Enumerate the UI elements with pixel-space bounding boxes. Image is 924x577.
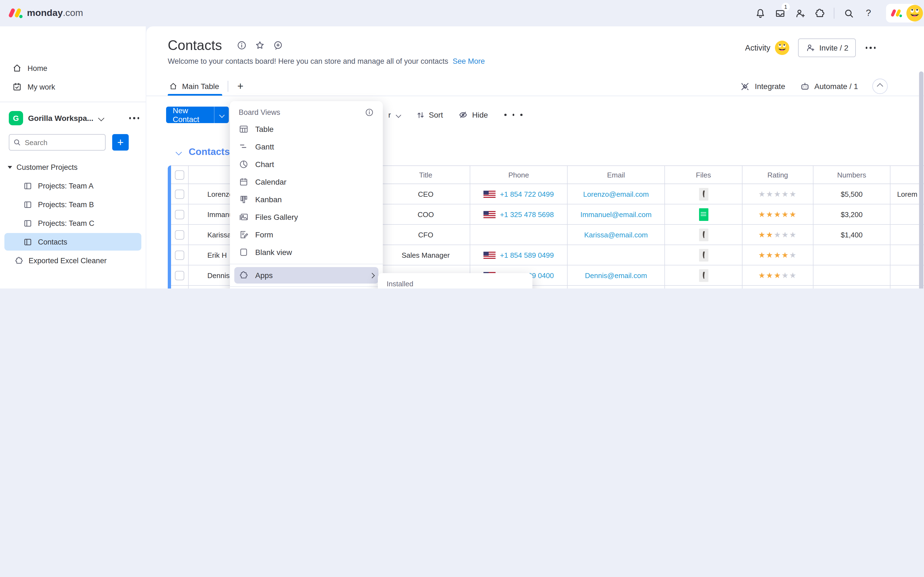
star-icon[interactable]: ★ (766, 271, 774, 280)
star-icon[interactable]: ★ (774, 210, 782, 219)
activity-button[interactable]: Activity (745, 41, 789, 55)
star-icon[interactable]: ★ (789, 271, 797, 280)
user-avatar[interactable] (906, 5, 923, 21)
group-header[interactable]: Contacts (176, 146, 230, 158)
star-icon[interactable]: ★ (774, 271, 782, 280)
tab-main-table[interactable]: Main Table (168, 77, 225, 96)
menu-item-form[interactable]: Form (230, 226, 383, 243)
email-cell[interactable]: Aurelia@email.com (568, 286, 665, 288)
new-contact-dropdown[interactable] (214, 106, 229, 123)
numbers-cell[interactable] (813, 266, 890, 285)
numbers-cell[interactable]: $3,200 (813, 205, 890, 224)
files-cell[interactable] (665, 184, 743, 204)
collapse-header-button[interactable] (872, 79, 888, 94)
sort-button[interactable]: Sort (408, 110, 451, 119)
sidebar-section-customer-projects[interactable]: Customer Projects (5, 158, 141, 176)
phone-cell[interactable] (470, 225, 568, 245)
row-checkbox[interactable] (175, 271, 184, 280)
broadcast-plus-icon[interactable] (273, 40, 283, 50)
title-cell[interactable]: COO (382, 205, 470, 224)
star-icon[interactable]: ★ (758, 230, 766, 239)
file-thumbnail[interactable] (699, 228, 708, 241)
row-checkbox[interactable] (175, 230, 184, 239)
menu-item-apps[interactable]: Apps (234, 267, 378, 284)
star-icon[interactable]: ★ (782, 251, 789, 259)
star-icon[interactable]: ★ (782, 271, 789, 280)
monday-logo[interactable]: monday.com (9, 7, 83, 19)
title-cell[interactable]: Sales Manager (382, 245, 470, 265)
title-cell[interactable]: CFO (382, 225, 470, 245)
star-icon[interactable]: ★ (789, 210, 797, 219)
star-icon[interactable]: ★ (766, 230, 774, 239)
hide-button[interactable]: Hide (451, 110, 496, 120)
star-icon[interactable]: ★ (766, 210, 774, 219)
menu-item-blank-view[interactable]: Blank view (230, 243, 383, 261)
workspace-switcher[interactable]: G Gorilla Workspa... (9, 110, 140, 126)
rating-cell[interactable]: ★★★★★ (743, 225, 813, 245)
menu-item-gantt[interactable]: Gantt (230, 138, 383, 156)
files-cell[interactable] (665, 286, 743, 288)
sidebar-item-projects-team-c[interactable]: Projects: Team C (5, 214, 141, 232)
row-checkbox[interactable] (175, 189, 184, 199)
row-checkbox[interactable] (175, 250, 184, 259)
rating-cell[interactable]: ★★★★★ (743, 205, 813, 224)
vertical-scrollbar[interactable] (919, 71, 924, 288)
filter-button-partial[interactable]: r (388, 110, 408, 119)
menu-item-chart[interactable]: Chart (230, 156, 383, 173)
row-checkbox[interactable] (175, 210, 184, 219)
column-header-title[interactable]: Title (382, 166, 470, 184)
email-cell[interactable]: Dennis@email.com (568, 266, 665, 285)
sidebar-search[interactable] (9, 134, 106, 151)
email-cell[interactable] (568, 245, 665, 265)
search-button[interactable] (840, 5, 857, 21)
inbox-button[interactable]: 1 (772, 5, 788, 21)
title-cell[interactable]: CEO (382, 184, 470, 204)
file-thumbnail[interactable] (699, 188, 708, 200)
star-icon[interactable]: ★ (758, 210, 766, 219)
marketplace-button[interactable] (811, 5, 828, 21)
menu-item-calendar[interactable]: Calendar (230, 173, 383, 191)
favorite-star-icon[interactable] (254, 40, 265, 50)
numbers-cell[interactable] (813, 245, 890, 265)
phone-cell[interactable]: +1 854 589 0499 (470, 245, 568, 265)
star-icon[interactable]: ★ (782, 210, 789, 219)
help-button[interactable]: ? (860, 5, 877, 21)
star-icon[interactable]: ★ (766, 251, 774, 259)
sidebar-item-contacts[interactable]: Contacts (5, 233, 141, 251)
email-cell[interactable]: Karissa@email.com (568, 225, 665, 245)
account-switcher[interactable] (886, 4, 916, 23)
column-header-phone[interactable]: Phone (470, 166, 568, 184)
files-cell[interactable] (665, 266, 743, 285)
rating-cell[interactable]: ★★★★★ (743, 266, 813, 285)
search-input[interactable] (9, 134, 106, 151)
board-menu-button[interactable] (864, 47, 877, 49)
star-icon[interactable]: ★ (774, 190, 782, 198)
column-header-files[interactable]: Files (665, 166, 743, 184)
numbers-cell[interactable]: $1,400 (813, 225, 890, 245)
collapse-group-icon[interactable] (176, 149, 182, 155)
automate-button[interactable]: Automate / 1 (800, 81, 858, 92)
numbers-cell[interactable] (813, 286, 890, 288)
info-icon[interactable] (236, 40, 247, 50)
rating-cell[interactable]: ★★★★★ (743, 286, 813, 288)
rating-cell[interactable]: ★★★★★ (743, 184, 813, 204)
sidebar-item-exported-excel-cleaner[interactable]: Exported Excel Cleaner (5, 252, 141, 269)
file-thumbnail[interactable] (699, 269, 708, 282)
sidebar-item-my-work[interactable]: My work (5, 78, 141, 96)
notifications-button[interactable] (752, 5, 768, 21)
rating-cell[interactable]: ★★★★★ (743, 245, 813, 265)
add-board-button[interactable]: + (112, 134, 129, 151)
star-icon[interactable]: ★ (758, 190, 766, 198)
email-cell[interactable]: Lorenzo@email.com (568, 184, 665, 204)
files-cell[interactable] (665, 205, 743, 224)
column-header-numbers[interactable]: Numbers (813, 166, 890, 184)
star-icon[interactable]: ★ (789, 251, 797, 259)
file-thumbnail[interactable] (699, 208, 708, 221)
files-cell[interactable] (665, 245, 743, 265)
column-header-email[interactable]: Email (568, 166, 665, 184)
menu-item-files-gallery[interactable]: Files Gallery (230, 208, 383, 226)
file-thumbnail[interactable] (699, 249, 708, 261)
sidebar-item-projects-team-a[interactable]: Projects: Team A (5, 177, 141, 195)
menu-item-kanban[interactable]: Kanban (230, 191, 383, 208)
files-cell[interactable] (665, 225, 743, 245)
